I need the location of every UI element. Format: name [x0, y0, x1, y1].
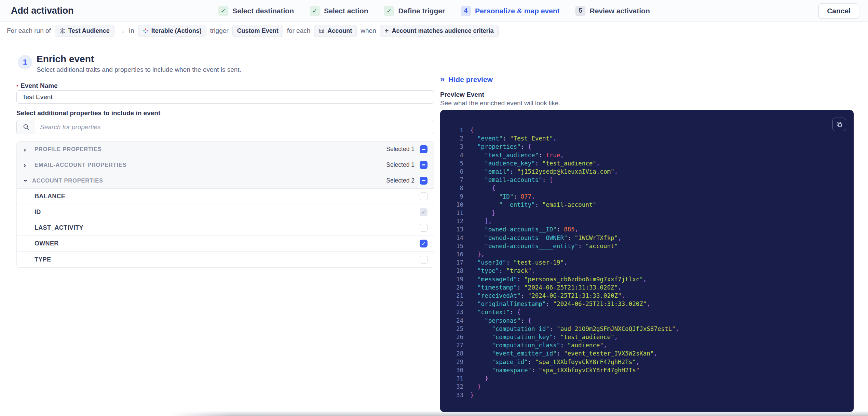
property-row-id[interactable]: ID✓	[17, 204, 434, 220]
step-review-activation[interactable]: 5Review activation	[575, 6, 650, 16]
chip-test-audience[interactable]: Test Audience	[55, 25, 114, 37]
step-label: Review activation	[590, 7, 650, 15]
line-number: 29	[449, 358, 463, 366]
code-line: 2 "event": "Test Event",	[449, 134, 847, 143]
arrow-right-icon: →	[118, 27, 125, 35]
code-line: 28 "event_emitter_id": "event_tester_IVX…	[449, 349, 847, 358]
add-activation-page: Add activation ✓Select destination✓Selec…	[0, 0, 868, 416]
code-text: "context": {	[470, 308, 521, 316]
code-text: {	[470, 184, 496, 192]
property-row-owner[interactable]: OWNER✓	[17, 236, 434, 252]
preview-subtitle: See what the enriched event will look li…	[440, 99, 560, 107]
property-row-balance[interactable]: BALANCE	[17, 189, 434, 204]
code-line: 8 {	[449, 184, 847, 192]
property-checkbox-unchecked[interactable]	[420, 256, 428, 264]
code-line: 4 "test_audience": true,	[449, 151, 847, 159]
code-text: "event_emitter_id": "event_tester_IVX5W2…	[470, 349, 657, 358]
group-checkbox-indeterminate[interactable]	[420, 161, 428, 169]
double-chevron-icon: »	[440, 75, 445, 83]
property-row-last-activity[interactable]: LAST_ACTIVITY	[17, 220, 434, 236]
properties-list: ›PROFILE PROPERTIESSelected 1›EMAIL-ACCO…	[16, 141, 434, 268]
chevron-right-icon: ›	[24, 146, 35, 153]
code-line: 16 },	[449, 250, 847, 258]
code-text: "namespace": "spa_tXXbfoyvCkY8rF47ghH2Ts…	[470, 366, 639, 374]
chip-account[interactable]: Account	[314, 25, 357, 37]
line-number: 22	[449, 300, 463, 308]
trigger-text: trigger	[210, 27, 229, 35]
code-line: 29 "space_id": "spa_tXXbfoyvCkY8rF47ghH2…	[449, 358, 847, 366]
chip-custom-event[interactable]: Custom Event	[232, 25, 283, 37]
trigger-text: In	[129, 27, 134, 35]
step-select-action[interactable]: ✓Select action	[310, 6, 368, 16]
trigger-text: for each	[287, 27, 311, 35]
line-number: 32	[449, 383, 463, 391]
property-label: OWNER	[35, 240, 59, 247]
group-email-account-properties[interactable]: ›EMAIL-ACCOUNT PROPERTIESSelected 1	[17, 157, 434, 173]
code-line: 21 "receivedAt": "2024-06-25T21:31:33.02…	[449, 292, 847, 300]
check-icon: ✓	[310, 6, 320, 16]
properties-section-label: Select additional properties to include …	[16, 109, 160, 117]
line-number: 13	[449, 225, 463, 233]
line-number: 27	[449, 341, 463, 349]
step-define-trigger[interactable]: ✓Define trigger	[384, 6, 445, 16]
line-number: 10	[449, 201, 463, 209]
code-text: "email-accounts": [	[470, 176, 553, 184]
property-checkbox-checked-disabled[interactable]: ✓	[420, 208, 428, 216]
chip-label: Account	[327, 27, 352, 35]
group-account-properties[interactable]: ›ACCOUNT PROPERTIESSelected 2	[17, 173, 434, 189]
code-line: 9 "ID": 877,	[449, 192, 847, 201]
group-label: PROFILE PROPERTIES	[35, 146, 102, 152]
code-line: 15 "owned-accounts____entity": "account"	[449, 242, 847, 250]
line-number: 14	[449, 234, 463, 242]
cancel-button[interactable]: Cancel	[818, 3, 859, 18]
line-number: 16	[449, 250, 463, 258]
line-number: 17	[449, 258, 463, 267]
code-line: 23 "context": {	[449, 308, 847, 316]
page-title: Add activation	[11, 5, 73, 16]
code-line: 3 "properties": {	[449, 143, 847, 151]
trigger-summary-bar: For each run ofTest Audience→InIterable …	[0, 22, 868, 40]
step-label: Personalize & map event	[475, 7, 559, 15]
hide-preview-link[interactable]: » Hide preview	[440, 76, 493, 84]
line-number: 8	[449, 184, 463, 192]
section-title: Enrich event	[37, 54, 94, 65]
event-name-input[interactable]	[16, 90, 434, 104]
chip-iterable-actions[interactable]: Iterable (Actions)	[138, 25, 206, 37]
code-line: 31 }	[449, 374, 847, 383]
step-select-destination[interactable]: ✓Select destination	[218, 6, 294, 16]
chip-account-matches-audience-criteria[interactable]: +Account matches audience criteria	[380, 25, 499, 37]
code-text: "audience_key": "test_audience",	[470, 159, 600, 167]
code-line: 26 "computation_key": "test_audience",	[449, 333, 847, 341]
property-row-type[interactable]: TYPE	[17, 252, 434, 267]
stepper: ✓Select destination✓Select action✓Define…	[218, 0, 650, 22]
step-label: Define trigger	[398, 7, 445, 15]
line-number: 28	[449, 349, 463, 358]
code-line: 27 "computation_class": "audience",	[449, 341, 847, 349]
code-text: "properties": {	[470, 143, 531, 151]
line-number: 31	[449, 374, 463, 383]
line-number: 4	[449, 151, 463, 159]
group-checkbox-indeterminate[interactable]	[420, 177, 428, 185]
line-number: 11	[449, 209, 463, 217]
search-input[interactable]	[35, 120, 434, 134]
code-text: "originalTimestamp": "2024-06-25T21:31:3…	[470, 300, 650, 308]
code-line: 30 "namespace": "spa_tXXbfoyvCkY8rF47ghH…	[449, 366, 847, 374]
line-number: 30	[449, 366, 463, 374]
section-subtitle: Select additional traits and properties …	[37, 66, 241, 73]
code-text: "computation_key": "test_audience",	[470, 333, 618, 341]
group-label: ACCOUNT PROPERTIES	[32, 177, 103, 184]
code-line: 11 }	[449, 209, 847, 217]
group-profile-properties[interactable]: ›PROFILE PROPERTIESSelected 1	[17, 142, 434, 157]
group-checkbox-indeterminate[interactable]	[420, 145, 428, 153]
property-checkbox-checked[interactable]: ✓	[420, 240, 428, 247]
property-checkbox-unchecked[interactable]	[420, 224, 428, 232]
chip-label: Custom Event	[237, 27, 279, 35]
step-label: Select action	[324, 7, 368, 15]
code-text: }	[470, 374, 488, 383]
check-icon: ✓	[218, 6, 228, 16]
preview-title: Preview Event	[440, 91, 484, 98]
event-name-label: •Event Name	[16, 82, 58, 90]
step-personalize-map-event[interactable]: 4Personalize & map event	[461, 6, 559, 16]
property-checkbox-unchecked[interactable]	[420, 192, 428, 200]
code-text: "personas": {	[470, 317, 531, 325]
